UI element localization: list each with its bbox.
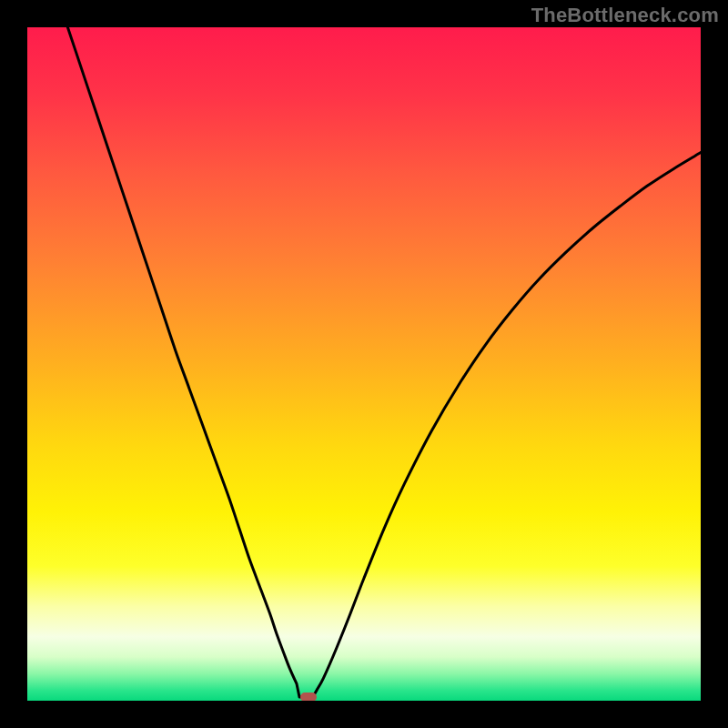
chart-frame: TheBottleneck.com bbox=[0, 0, 728, 728]
curve-layer bbox=[27, 27, 701, 701]
watermark-text: TheBottleneck.com bbox=[531, 4, 719, 27]
minimum-marker bbox=[300, 693, 317, 701]
bottleneck-curve bbox=[67, 27, 701, 697]
plot-area bbox=[27, 27, 701, 701]
